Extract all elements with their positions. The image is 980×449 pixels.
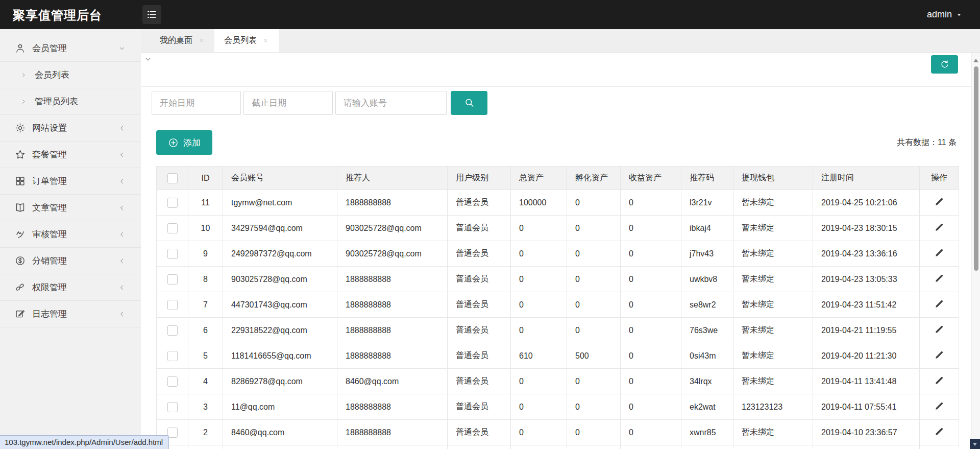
scrollbar-up-arrow[interactable] [973, 56, 978, 62]
edit-row-button[interactable] [934, 196, 945, 207]
cell-time: 2019-04-21 11:19:55 [813, 318, 920, 343]
cell-id: 7 [188, 292, 223, 318]
status-url-tooltip: 103.tgymw.net/index.php/Admin/User/add.h… [0, 435, 169, 449]
cell-income: 0 [621, 420, 681, 445]
vertical-scrollbar[interactable] [971, 53, 980, 449]
close-icon[interactable] [262, 37, 269, 44]
pencil-icon [934, 375, 945, 386]
row-checkbox[interactable] [167, 300, 178, 310]
cell-id: 3 [188, 394, 223, 420]
row-checkbox[interactable] [167, 325, 178, 336]
cell-account: 82869278@qq.com [223, 369, 337, 394]
cell-account: 1181416655@qq.com [223, 343, 337, 369]
cell-code: ek2wat [681, 394, 733, 420]
book-icon [15, 202, 26, 213]
sidebar-item-permission-management[interactable]: 权限管理 [0, 274, 141, 301]
member-table-wrap: ID会员账号推荐人用户级别总资产孵化资产收益资产推荐码提现钱包注册时间操作 11… [156, 166, 959, 449]
column-header: 推荐人 [337, 167, 448, 190]
member-table: ID会员账号推荐人用户级别总资产孵化资产收益资产推荐码提现钱包注册时间操作 11… [156, 166, 959, 449]
sidebar-item-label: 会员管理 [32, 42, 118, 54]
table-row: 92492987372@qq.com903025728@qq.com普通会员00… [157, 241, 959, 267]
edit-row-button[interactable] [934, 222, 945, 233]
cell-referrer: 1888888888 [337, 267, 448, 292]
sidebar-item-label: 文章管理 [32, 202, 118, 214]
edit-row-button[interactable] [934, 273, 945, 284]
sidebar-item-order-management[interactable]: 订单管理 [0, 168, 141, 195]
table-row: 311@qq.com1888888888普通会员000ek2wat1231231… [157, 394, 959, 420]
search-icon [463, 97, 475, 109]
sidebar-item-label: 套餐管理 [32, 149, 118, 160]
cell-level: 普通会员 [448, 369, 511, 394]
sidebar-item-package-management[interactable]: 套餐管理 [0, 141, 141, 168]
table-row: 28460@qq.com1888888888普通会员000xwnr85暂未绑定2… [157, 420, 959, 445]
cell-time: 2019-04-23 11:51:42 [813, 292, 920, 318]
edit-row-button[interactable] [934, 324, 945, 335]
sidebar-item-audit-management[interactable]: 审核管理 [0, 221, 141, 248]
cell-total: 0 [511, 394, 567, 420]
sidebar-subitem-admin-list[interactable]: 管理员列表 [0, 88, 141, 115]
cell-time: 2019-04-20 11:21:30 [813, 343, 920, 369]
cell-code: se8wr2 [681, 292, 733, 318]
cell-level: 普通会员 [448, 343, 511, 369]
row-checkbox[interactable] [167, 249, 178, 259]
edit-row-button[interactable] [934, 247, 945, 258]
tab-my-desktop[interactable]: 我的桌面 [150, 29, 214, 52]
start-date-input[interactable] [152, 91, 241, 115]
cell-income: 0 [621, 343, 681, 369]
search-button[interactable] [451, 91, 487, 115]
sidebar-item-article-management[interactable]: 文章管理 [0, 195, 141, 221]
cell-level: 普通会员 [448, 267, 511, 292]
cell-total: 610 [511, 343, 567, 369]
close-icon[interactable] [198, 37, 205, 44]
row-checkbox[interactable] [167, 351, 178, 361]
row-checkbox[interactable] [167, 274, 178, 285]
refresh-icon [940, 59, 950, 69]
scrollbar-thumb[interactable] [974, 66, 978, 271]
cell-id: 9 [188, 241, 223, 267]
end-date-input[interactable] [243, 91, 333, 115]
sidebar-item-distribution-management[interactable]: 分销管理 [0, 248, 141, 274]
account-search-input[interactable] [335, 91, 447, 115]
pencil-icon [934, 426, 945, 437]
row-checkbox[interactable] [167, 198, 178, 208]
edit-row-button[interactable] [934, 349, 945, 361]
column-header: 用户级别 [448, 167, 511, 190]
edit-row-button[interactable] [934, 298, 945, 310]
tab-bar: 我的桌面会员列表 [141, 29, 980, 53]
cell-hatch: 0 [567, 190, 621, 216]
chevron-left-icon [118, 257, 126, 265]
add-button[interactable]: 添加 [156, 130, 212, 155]
sidebar-item-site-settings[interactable]: 网站设置 [0, 115, 141, 141]
cell-id: 6 [188, 318, 223, 343]
column-header: 收益资产 [621, 167, 681, 190]
user-menu[interactable]: admin [927, 0, 963, 29]
sidebar-item-log-management[interactable]: 日志管理 [0, 301, 141, 327]
scrollbar-down-corner[interactable] [970, 439, 980, 449]
app-title: 聚享值管理后台 [13, 7, 102, 23]
cell-time: 2019-04-11 07:55:41 [813, 394, 920, 420]
chevron-right-icon [20, 72, 27, 78]
cell-wallet: 暂未绑定 [733, 267, 813, 292]
cell-referrer: 1888888888 [337, 190, 448, 216]
sidebar-toggle-button[interactable] [142, 5, 161, 24]
sidebar-item-label: 网站设置 [32, 122, 118, 134]
table-row: 7447301743@qq.com1888888888普通会员000se8wr2… [157, 292, 959, 318]
tab-member-list[interactable]: 会员列表 [214, 29, 279, 52]
row-checkbox[interactable] [167, 376, 178, 387]
select-all-checkbox[interactable] [167, 173, 178, 183]
sidebar-item-label: 日志管理 [32, 308, 118, 320]
cell-level: 普通会员 [448, 420, 511, 445]
dollar-icon [15, 255, 26, 266]
edit-row-button[interactable] [934, 426, 945, 437]
edit-row-button[interactable] [934, 375, 945, 386]
cell-level: 普通会员 [448, 190, 511, 216]
sidebar-item-member-management[interactable]: 会员管理 [0, 35, 141, 62]
refresh-button[interactable] [931, 55, 958, 74]
row-checkbox[interactable] [167, 402, 178, 412]
cell-hatch: 0 [567, 267, 621, 292]
row-checkbox[interactable] [167, 223, 178, 233]
edit-row-button[interactable] [934, 400, 945, 412]
table-row: 6229318522@qq.com1888888888普通会员00076s3we… [157, 318, 959, 343]
sidebar-subitem-member-list[interactable]: 会员列表 [0, 62, 141, 88]
cell-code: uwkbv8 [681, 267, 733, 292]
